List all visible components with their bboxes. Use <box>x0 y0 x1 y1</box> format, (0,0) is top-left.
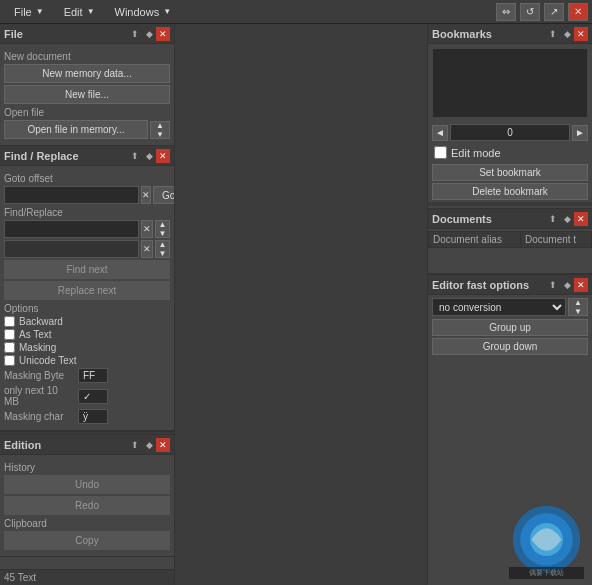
history-label: History <box>4 462 170 473</box>
group-up-button[interactable]: Group up <box>432 319 588 336</box>
copy-button[interactable]: Copy <box>4 531 170 550</box>
goto-offset-label: Goto offset <box>4 173 170 184</box>
center-editor-area <box>175 24 427 585</box>
delete-bookmark-button[interactable]: Delete bookmark <box>432 183 588 200</box>
open-memory-button[interactable]: Open file in memory... <box>4 120 148 139</box>
new-file-button[interactable]: New file... <box>4 85 170 104</box>
editor-options-panel-title: Editor fast options <box>432 279 546 291</box>
open-memory-row: Open file in memory... ▲▼ <box>4 120 170 139</box>
file-panel-close-button[interactable]: ✕ <box>156 27 170 41</box>
documents-table: Document alias Document t <box>428 231 592 248</box>
menu-file[interactable]: File ▼ <box>4 3 54 21</box>
edition-panel-diamond-icon[interactable]: ◆ <box>142 438 156 452</box>
edition-section: Edition ⬆ ◆ ✕ History Undo Redo Clipboar… <box>0 435 174 557</box>
find-panel-close-button[interactable]: ✕ <box>156 149 170 163</box>
only-next-row: only next 10 MB ✓ <box>4 385 170 407</box>
documents-section: Documents ⬆ ◆ ✕ Document alias Document … <box>428 209 592 274</box>
redo-button[interactable]: Redo <box>4 496 170 515</box>
goto-row: ✕ Goto <box>4 186 170 204</box>
menu-windows[interactable]: Windows ▼ <box>105 3 182 21</box>
menu-edit[interactable]: Edit ▼ <box>54 3 105 21</box>
editor-options-panel-close-button[interactable]: ✕ <box>574 278 588 292</box>
as-text-checkbox[interactable] <box>4 329 15 340</box>
edit-mode-row: Edit mode <box>428 143 592 162</box>
edition-panel-content: History Undo Redo Clipboard Copy <box>0 455 174 556</box>
edit-menu-arrow: ▼ <box>87 7 95 16</box>
right-panel: Bookmarks ⬆ ◆ ✕ ◄ 0 ► Edit mode Set book… <box>427 24 592 585</box>
replace-stack-icon[interactable]: ▲▼ <box>155 240 170 258</box>
masking-byte-row: Masking Byte FF <box>4 368 170 383</box>
toolbar-close-button[interactable]: ✕ <box>568 3 588 21</box>
edit-mode-label: Edit mode <box>451 147 501 159</box>
masking-byte-value: FF <box>78 368 108 383</box>
documents-panel-title: Documents <box>432 213 546 225</box>
documents-panel-diamond-icon[interactable]: ◆ <box>560 212 574 226</box>
conversion-dropdown-row: no conversion ▲▼ <box>432 298 588 316</box>
toolbar-icon-refresh[interactable]: ↺ <box>520 3 540 21</box>
toolbar-icon-swap[interactable]: ⇔ <box>496 3 516 21</box>
masking-byte-label: Masking Byte <box>4 370 74 381</box>
file-panel-pin-icon[interactable]: ⬆ <box>128 27 142 41</box>
find-panel-header: Find / Replace ⬆ ◆ ✕ <box>0 146 174 166</box>
bookmarks-panel-diamond-icon[interactable]: ◆ <box>560 27 574 41</box>
replace-input[interactable] <box>4 240 139 258</box>
find-next-button[interactable]: Find next <box>4 260 170 279</box>
editor-options-panel-pin-icon[interactable]: ⬆ <box>546 278 560 292</box>
bookmark-next-button[interactable]: ► <box>572 125 588 141</box>
menu-bar: File ▼ Edit ▼ Windows ▼ ⇔ ↺ ↗ ✕ <box>0 0 592 24</box>
edition-panel-pin-icon[interactable]: ⬆ <box>128 438 142 452</box>
group-down-button[interactable]: Group down <box>432 338 588 355</box>
documents-panel-header: Documents ⬆ ◆ ✕ <box>428 209 592 229</box>
bookmarks-section: Bookmarks ⬆ ◆ ✕ ◄ 0 ► Edit mode Set book… <box>428 24 592 209</box>
options-label: Options <box>4 303 170 314</box>
goto-input[interactable] <box>4 186 139 204</box>
editor-options-section: Editor fast options ⬆ ◆ ✕ no conversion … <box>428 274 592 585</box>
editor-options-panel-diamond-icon[interactable]: ◆ <box>560 278 574 292</box>
top-toolbar-icons: ⇔ ↺ ↗ ✕ <box>496 3 588 21</box>
new-document-label: New document <box>4 51 170 62</box>
find-stack-icon[interactable]: ▲▼ <box>155 220 170 238</box>
bookmark-prev-button[interactable]: ◄ <box>432 125 448 141</box>
bookmarks-panel-pin-icon[interactable]: ⬆ <box>546 27 560 41</box>
doc-col2-header: Document t <box>520 232 591 248</box>
file-panel-diamond-icon[interactable]: ◆ <box>142 27 156 41</box>
find-panel-title: Find / Replace <box>4 150 128 162</box>
edition-panel-close-button[interactable]: ✕ <box>156 438 170 452</box>
backward-checkbox[interactable] <box>4 316 15 327</box>
conversion-stack-icon[interactable]: ▲▼ <box>568 298 588 316</box>
bookmarks-panel-title: Bookmarks <box>432 28 546 40</box>
bookmarks-panel-close-button[interactable]: ✕ <box>574 27 588 41</box>
replace-clear-icon[interactable]: ✕ <box>141 240 153 258</box>
replace-next-button[interactable]: Replace next <box>4 281 170 300</box>
masking-label: Masking <box>19 342 56 353</box>
edit-mode-checkbox[interactable] <box>434 146 447 159</box>
goto-clear-icon[interactable]: ✕ <box>141 186 151 204</box>
edition-panel-header: Edition ⬆ ◆ ✕ <box>0 435 174 455</box>
find-panel-diamond-icon[interactable]: ◆ <box>142 149 156 163</box>
undo-button[interactable]: Undo <box>4 475 170 494</box>
goto-button[interactable]: Goto <box>153 186 175 204</box>
conversion-select[interactable]: no conversion <box>432 298 566 316</box>
open-memory-stack-icon[interactable]: ▲▼ <box>150 121 170 139</box>
replace-input-row: ✕ ▲▼ <box>4 240 170 258</box>
documents-panel-pin-icon[interactable]: ⬆ <box>546 212 560 226</box>
new-memory-data-button[interactable]: New memory data... <box>4 64 170 83</box>
backward-row: Backward <box>4 316 170 327</box>
bookmarks-panel-header: Bookmarks ⬆ ◆ ✕ <box>428 24 592 44</box>
find-clear-icon[interactable]: ✕ <box>141 220 153 238</box>
documents-panel-close-button[interactable]: ✕ <box>574 212 588 226</box>
unicode-text-row: Unicode Text <box>4 355 170 366</box>
unicode-text-checkbox[interactable] <box>4 355 15 366</box>
file-menu-arrow: ▼ <box>36 7 44 16</box>
find-panel-pin-icon[interactable]: ⬆ <box>128 149 142 163</box>
as-text-row: As Text <box>4 329 170 340</box>
backward-label: Backward <box>19 316 63 327</box>
clipboard-label: Clipboard <box>4 518 170 529</box>
toolbar-icon-export[interactable]: ↗ <box>544 3 564 21</box>
find-replace-section: Find / Replace ⬆ ◆ ✕ Goto offset ✕ Goto … <box>0 146 174 431</box>
find-input[interactable] <box>4 220 139 238</box>
masking-checkbox[interactable] <box>4 342 15 353</box>
set-bookmark-button[interactable]: Set bookmark <box>432 164 588 181</box>
bookmarks-scroll-handle[interactable] <box>428 202 592 206</box>
find-panel-content: Goto offset ✕ Goto Find/Replace ✕ ▲▼ ✕ <box>0 166 174 430</box>
